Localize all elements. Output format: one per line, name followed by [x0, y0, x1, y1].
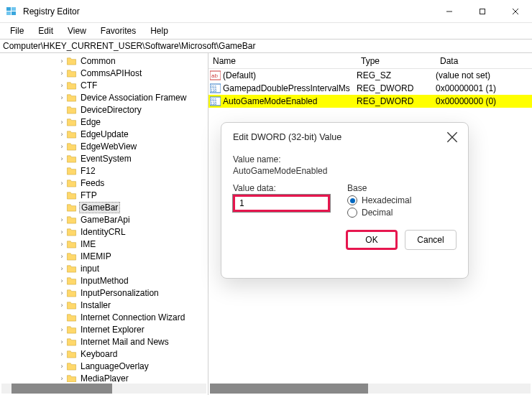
- col-type[interactable]: Type: [357, 56, 436, 66]
- titlebar: Registry Editor: [0, 0, 532, 23]
- tree-item[interactable]: ›IMEMIP: [10, 250, 208, 262]
- dialog-titlebar: Edit DWORD (32-bit) Value: [221, 123, 468, 146]
- menu-view[interactable]: View: [62, 24, 92, 37]
- list-scrollbar-thumb[interactable]: [210, 384, 368, 394]
- cancel-button[interactable]: Cancel: [405, 230, 457, 250]
- chevron-right-icon[interactable]: ›: [58, 363, 66, 370]
- value-name: AutoGameModeEnabled: [223, 96, 317, 106]
- tree-item-label: IME: [79, 239, 97, 249]
- list-scrollbar[interactable]: [210, 384, 531, 394]
- chevron-right-icon[interactable]: ›: [58, 82, 66, 89]
- menu-file[interactable]: File: [4, 24, 29, 37]
- chevron-right-icon[interactable]: ›: [58, 94, 66, 101]
- dialog-close-icon[interactable]: [446, 131, 458, 143]
- tree-item[interactable]: ›Installer: [10, 299, 208, 311]
- menu-favorites[interactable]: Favorites: [95, 24, 142, 37]
- chevron-right-icon[interactable]: ›: [58, 180, 66, 187]
- chevron-right-icon[interactable]: ›: [58, 277, 66, 284]
- tree-item[interactable]: FTP: [10, 189, 208, 201]
- folder-icon: [66, 56, 77, 65]
- close-button[interactable]: [499, 0, 532, 23]
- tree-item-label: IMEMIP: [79, 251, 113, 261]
- tree-item-label: LanguageOverlay: [79, 361, 150, 371]
- tree-item[interactable]: DeviceDirectory: [10, 103, 208, 116]
- radio-hex-row[interactable]: Hexadecimal: [347, 195, 457, 205]
- col-name[interactable]: Name: [208, 56, 357, 66]
- tree-item[interactable]: GameBar: [10, 201, 208, 213]
- chevron-right-icon[interactable]: ›: [58, 338, 66, 345]
- edit-dword-dialog: Edit DWORD (32-bit) Value Value name: Au…: [221, 122, 469, 279]
- tree-item[interactable]: ›IdentityCRL: [10, 226, 208, 238]
- list-row[interactable]: (Default)REG_SZ(value not set): [208, 69, 532, 82]
- tree-item[interactable]: F12: [10, 164, 208, 177]
- folder-icon: [66, 239, 77, 248]
- tree-item[interactable]: ›LanguageOverlay: [10, 360, 208, 372]
- chevron-right-icon[interactable]: ›: [58, 241, 66, 248]
- chevron-right-icon[interactable]: ›: [58, 216, 66, 223]
- reg-dword-icon: [210, 96, 221, 106]
- tree-item[interactable]: ›Device Association Framew: [10, 91, 208, 103]
- chevron-right-icon[interactable]: ›: [58, 57, 66, 65]
- value-name-label: Value name:: [233, 154, 457, 164]
- chevron-right-icon[interactable]: ›: [58, 253, 66, 260]
- list-row[interactable]: AutoGameModeEnabledREG_DWORD0x00000000 (…: [208, 95, 532, 108]
- tree-item[interactable]: ›MediaPlayer: [10, 372, 208, 382]
- tree-item[interactable]: ›Feeds: [10, 177, 208, 189]
- tree-item[interactable]: ›IME: [10, 238, 208, 250]
- tree-item[interactable]: ›EdgeWebView: [10, 140, 208, 152]
- tree-item[interactable]: ›Edge: [10, 116, 208, 128]
- value-data-input[interactable]: [233, 195, 330, 212]
- dialog-title: Edit DWORD (32-bit) Value: [233, 132, 446, 142]
- chevron-right-icon[interactable]: ›: [58, 326, 66, 333]
- radio-dec[interactable]: [347, 208, 357, 218]
- minimize-button[interactable]: [433, 0, 466, 23]
- folder-icon: [66, 190, 77, 200]
- tree-item[interactable]: ›InputPersonalization: [10, 287, 208, 299]
- tree-item[interactable]: ›InputMethod: [10, 274, 208, 287]
- chevron-right-icon[interactable]: ›: [58, 375, 66, 382]
- tree-item[interactable]: ›CTF: [10, 79, 208, 91]
- tree-scrollbar-thumb[interactable]: [12, 384, 112, 394]
- tree-item[interactable]: ›Internet Mail and News: [10, 335, 208, 348]
- tree-item-label: input: [79, 264, 101, 274]
- chevron-right-icon[interactable]: ›: [58, 228, 66, 236]
- tree-item[interactable]: ›Internet Explorer: [10, 323, 208, 335]
- tree-item[interactable]: ›input: [10, 262, 208, 274]
- radio-dec-row[interactable]: Decimal: [347, 208, 457, 218]
- chevron-right-icon[interactable]: ›: [58, 131, 66, 138]
- tree-item-label: CTF: [79, 80, 98, 90]
- tree-item[interactable]: ›Common: [10, 55, 208, 67]
- folder-icon: [66, 288, 77, 297]
- chevron-right-icon[interactable]: ›: [58, 302, 66, 309]
- tree-scrollbar[interactable]: [1, 384, 206, 394]
- tree-item-label: Keyboard: [79, 349, 119, 359]
- chevron-right-icon[interactable]: ›: [58, 118, 66, 126]
- list-row[interactable]: GamepadDoublePressIntervalMsREG_DWORD0x0…: [208, 82, 532, 95]
- chevron-right-icon[interactable]: ›: [58, 70, 66, 77]
- value-type: REG_DWORD: [357, 83, 436, 93]
- menu-help[interactable]: Help: [145, 24, 174, 37]
- tree-item-label: CommsAPIHost: [79, 68, 143, 78]
- ok-button[interactable]: OK: [346, 230, 398, 250]
- reg-dword-icon: [210, 83, 221, 93]
- radio-hex[interactable]: [347, 195, 357, 205]
- chevron-right-icon[interactable]: ›: [58, 265, 66, 272]
- chevron-right-icon[interactable]: ›: [58, 289, 66, 297]
- tree-item[interactable]: Internet Connection Wizard: [10, 311, 208, 323]
- maximize-button[interactable]: [466, 0, 499, 23]
- base-label: Base: [347, 183, 457, 193]
- value-name: GamepadDoublePressIntervalMs: [223, 83, 350, 93]
- tree-item[interactable]: ›CommsAPIHost: [10, 67, 208, 79]
- tree-item-label: EdgeWebView: [79, 141, 138, 152]
- chevron-right-icon[interactable]: ›: [58, 155, 66, 162]
- chevron-right-icon[interactable]: ›: [58, 143, 66, 150]
- menu-edit[interactable]: Edit: [32, 24, 59, 37]
- tree-item[interactable]: ›Keyboard: [10, 348, 208, 360]
- tree[interactable]: ›Common›CommsAPIHost›CTF›Device Associat…: [0, 53, 208, 382]
- tree-item[interactable]: ›EdgeUpdate: [10, 128, 208, 140]
- tree-item[interactable]: ›GameBarApi: [10, 213, 208, 226]
- chevron-right-icon[interactable]: ›: [58, 350, 66, 358]
- tree-item[interactable]: ›EventSystem: [10, 152, 208, 164]
- col-data[interactable]: Data: [436, 56, 462, 66]
- address-bar[interactable]: Computer\HKEY_CURRENT_USER\Software\Micr…: [0, 39, 532, 53]
